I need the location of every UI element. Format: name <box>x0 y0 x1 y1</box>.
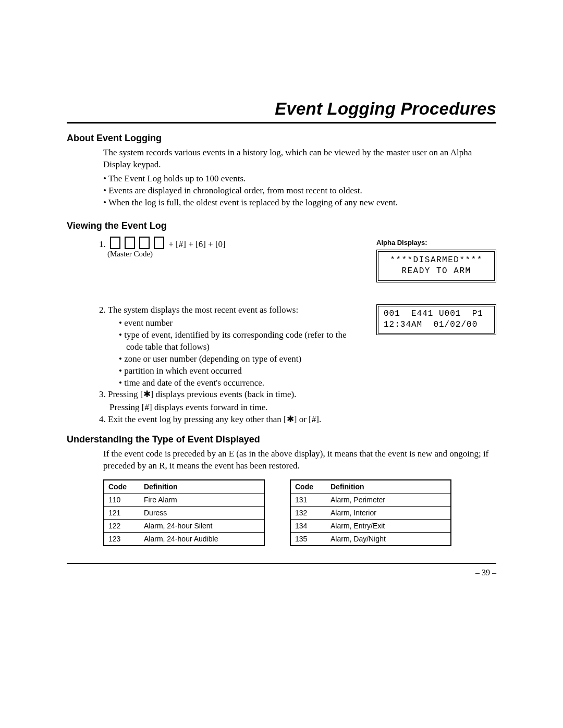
viewing-right-column: Alpha Displays: ****DISARMED**** READY T… <box>376 237 496 298</box>
cell-code: 123 <box>104 533 140 546</box>
code-box-4 <box>154 237 164 249</box>
th-code-left: Code <box>104 480 140 493</box>
step-4: 4. Exit the event log by pressing any ke… <box>99 414 364 426</box>
step-3a: 3. Pressing [✱] displays previous events… <box>99 389 364 401</box>
cell-code: 132 <box>290 507 326 520</box>
title-rule <box>67 122 496 124</box>
about-bullet-1: • The Event Log holds up to 100 events. <box>103 173 496 185</box>
page-title: Event Logging Procedures <box>67 99 496 119</box>
alpha-displays-label: Alpha Displays: <box>376 239 496 246</box>
step-3b: Pressing [#] displays events forward in … <box>109 402 364 414</box>
step2-bullet-3: • zone or user number (depending on type… <box>119 353 364 365</box>
cell-def: Alarm, Interior <box>326 507 451 520</box>
table-row: 123Alarm, 24-hour Audible <box>104 533 264 546</box>
table-row: 134Alarm, Entry/Exit <box>290 520 451 533</box>
cell-code: 131 <box>290 493 326 507</box>
cell-def: Duress <box>140 507 264 520</box>
cell-code: 122 <box>104 520 140 533</box>
step-1-keys: + [#] + [6] + [0] <box>168 239 225 249</box>
page-number: – 39 – <box>67 568 496 577</box>
step2-bullet-2: • type of event, identified by its corre… <box>119 329 364 353</box>
step2-bullet-4: • partition in which event occurred <box>119 365 364 377</box>
cell-def: Alarm, 24-hour Silent <box>140 520 264 533</box>
step2-bullet-5: • time and date of the event's occurrenc… <box>119 377 364 389</box>
master-code-label: (Master Code) <box>107 250 364 258</box>
cell-code: 135 <box>290 533 326 546</box>
understanding-intro: If the event code is preceded by an E (a… <box>103 448 496 472</box>
table-row: 135Alarm, Day/Night <box>290 533 451 546</box>
master-code-boxes <box>110 237 164 249</box>
table-row: 131Alarm, Perimeter <box>290 493 451 507</box>
cell-code: 110 <box>104 493 140 507</box>
lcd-display-disarmed: ****DISARMED**** READY TO ARM <box>376 250 496 282</box>
table-row: 121Duress <box>104 507 264 520</box>
table-row: 122Alarm, 24-hour Silent <box>104 520 264 533</box>
heading-understanding: Understanding the Type of Event Displaye… <box>67 434 496 445</box>
cell-def: Alarm, Entry/Exit <box>326 520 451 533</box>
cell-def: Alarm, Perimeter <box>326 493 451 507</box>
footer-rule <box>67 563 496 564</box>
code-box-2 <box>125 237 135 249</box>
steps-column: 2. The system displays the most recent e… <box>67 304 364 427</box>
cell-def: Fire Alarm <box>140 493 264 507</box>
about-bullet-2: • Events are displayed in chronological … <box>103 185 496 197</box>
cell-code: 121 <box>104 507 140 520</box>
heading-about: About Event Logging <box>67 133 496 144</box>
step-2: 2. The system displays the most recent e… <box>99 304 364 316</box>
viewing-left-column: 1. + [#] + [6] + [0] (Master Code) <box>67 237 364 298</box>
heading-viewing: Viewing the Event Log <box>67 220 496 231</box>
table-row: 110Fire Alarm <box>104 493 264 507</box>
cell-def: Alarm, Day/Night <box>326 533 451 546</box>
step2-bullet-1: • event number <box>119 317 364 329</box>
lcd-display-event: 001 E441 U001 P1 12:34AM 01/02/00 <box>376 304 496 335</box>
th-code-right: Code <box>290 480 326 493</box>
code-box-1 <box>110 237 120 249</box>
th-def-right: Definition <box>326 480 451 493</box>
step-1-number: 1. <box>99 239 106 249</box>
code-table-left: Code Definition 110Fire Alarm 121Duress … <box>103 479 265 546</box>
th-def-left: Definition <box>140 480 264 493</box>
lcd-column-2: 001 E441 U001 P1 12:34AM 01/02/00 <box>376 304 496 427</box>
about-intro: The system records various events in a h… <box>103 147 496 171</box>
about-bullet-3: • When the log is full, the oldest event… <box>103 197 496 209</box>
code-box-3 <box>139 237 150 249</box>
code-table-right: Code Definition 131Alarm, Perimeter 132A… <box>290 479 451 546</box>
cell-code: 134 <box>290 520 326 533</box>
cell-def: Alarm, 24-hour Audible <box>140 533 264 546</box>
table-row: 132Alarm, Interior <box>290 507 451 520</box>
step-1: 1. + [#] + [6] + [0] <box>99 237 364 250</box>
code-tables: Code Definition 110Fire Alarm 121Duress … <box>103 479 496 546</box>
